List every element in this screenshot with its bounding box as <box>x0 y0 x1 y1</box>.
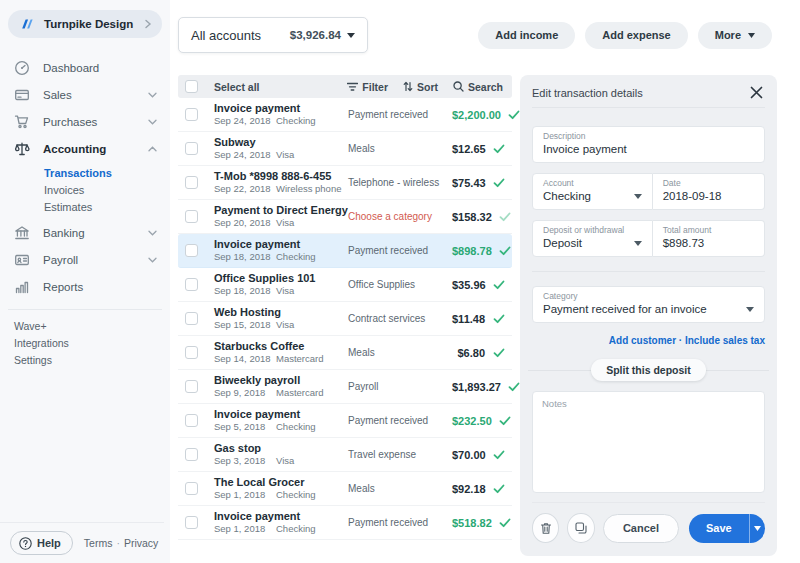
close-icon[interactable] <box>748 84 765 101</box>
sidebar-item-sales[interactable]: Sales <box>0 81 170 108</box>
row-checkbox[interactable] <box>185 380 198 393</box>
check-icon[interactable] <box>485 314 512 324</box>
more-button[interactable]: More <box>698 22 772 49</box>
date-field[interactable]: Date 2018-09-18 <box>653 173 765 210</box>
filter-label: Filter <box>362 81 388 93</box>
category-select[interactable]: Category Payment received for an invoice <box>532 286 765 323</box>
delete-button[interactable] <box>532 513 559 543</box>
total-amount-field[interactable]: Total amount $898.73 <box>653 220 765 257</box>
table-row[interactable]: The Local GrocerSep 1, 2018CheckingMeals… <box>178 472 512 506</box>
row-category: Payment received <box>348 109 452 120</box>
table-row[interactable]: Office Supplies 101Sep 18, 2018VisaOffic… <box>178 268 512 302</box>
row-checkbox[interactable] <box>185 108 198 121</box>
check-icon[interactable] <box>486 450 513 460</box>
sidebar-item-integrations[interactable]: Integrations <box>0 334 170 351</box>
row-title: Invoice payment <box>214 102 348 115</box>
sidebar-item-settings[interactable]: Settings <box>0 351 170 368</box>
sidebar-item-reports[interactable]: Reports <box>0 273 170 300</box>
table-row[interactable]: Gas stopSep 3, 2018VisaTravel expense$70… <box>178 438 512 472</box>
row-info: Payment to Direct EnergySep 20, 2018Visa <box>214 204 348 229</box>
table-row[interactable]: Starbucks CoffeeSep 14, 2018MastercardMe… <box>178 336 512 370</box>
row-checkbox[interactable] <box>185 278 198 291</box>
row-checkbox[interactable] <box>185 414 198 427</box>
account-select[interactable]: Account Checking <box>532 173 653 210</box>
more-label: More <box>715 29 741 41</box>
add-expense-button[interactable]: Add expense <box>585 22 687 49</box>
main-area: All accounts $3,926.84 Add income Add ex… <box>170 0 800 563</box>
check-icon[interactable] <box>486 178 513 188</box>
check-icon[interactable] <box>485 348 512 358</box>
notes-input[interactable] <box>532 391 765 493</box>
check-icon[interactable] <box>492 518 519 528</box>
deposit-withdrawal-select[interactable]: Deposit or withdrawal Deposit <box>532 220 653 257</box>
sort-button[interactable]: Sort <box>403 81 438 93</box>
row-date: Sep 24, 2018 <box>214 149 276 161</box>
check-icon[interactable] <box>486 280 513 290</box>
table-row[interactable]: Invoice paymentSep 1, 2018CheckingPaymen… <box>178 506 512 540</box>
search-button[interactable]: Search <box>453 81 503 93</box>
sidebar-item-transactions[interactable]: Transactions <box>0 164 170 181</box>
row-amount: $158.32 <box>452 211 492 223</box>
description-field[interactable]: Description Invoice payment <box>532 126 765 163</box>
business-switcher[interactable]: Turnpike Design <box>8 10 162 38</box>
row-checkbox[interactable] <box>185 448 198 461</box>
row-title: Office Supplies 101 <box>214 272 348 285</box>
table-row[interactable]: Invoice paymentSep 18, 2018CheckingPayme… <box>178 234 512 268</box>
sidebar-item-estimates[interactable]: Estimates <box>0 198 170 215</box>
check-icon[interactable] <box>492 246 519 256</box>
sidebar-item-purchases[interactable]: Purchases <box>0 108 170 135</box>
sidebar-item-payroll[interactable]: Payroll <box>0 246 170 273</box>
table-row[interactable]: Invoice paymentSep 24, 2018CheckingPayme… <box>178 98 512 132</box>
save-options-button[interactable] <box>749 526 765 531</box>
check-icon[interactable] <box>486 144 513 154</box>
row-checkbox[interactable] <box>185 176 198 189</box>
sidebar-item-banking[interactable]: Banking <box>0 219 170 246</box>
table-row[interactable]: SubwaySep 24, 2018VisaMeals$12.65 <box>178 132 512 166</box>
row-checkbox[interactable] <box>185 244 198 257</box>
save-button[interactable]: Save <box>689 522 749 534</box>
business-name: Turnpike Design <box>44 18 136 30</box>
check-icon[interactable] <box>486 484 513 494</box>
include-sales-tax-link[interactable]: Include sales tax <box>685 335 765 346</box>
check-icon[interactable] <box>492 212 519 222</box>
select-all-checkbox[interactable] <box>185 80 198 93</box>
sidebar-item-dashboard[interactable]: Dashboard <box>0 54 170 81</box>
sidebar-item-invoices[interactable]: Invoices <box>0 181 170 198</box>
row-category: Payment received <box>348 517 452 528</box>
duplicate-button[interactable] <box>567 513 594 543</box>
account-selector[interactable]: All accounts $3,926.84 <box>178 17 368 53</box>
row-checkbox[interactable] <box>185 210 198 223</box>
table-row[interactable]: Payment to Direct EnergySep 20, 2018Visa… <box>178 200 512 234</box>
row-date: Sep 18, 2018 <box>214 251 276 263</box>
table-row[interactable]: T-Mob *8998 888-6-455Sep 22, 2018Wireles… <box>178 166 512 200</box>
add-customer-link[interactable]: Add customer <box>609 335 676 346</box>
row-category[interactable]: Choose a category <box>348 211 452 222</box>
row-category: Office Supplies <box>348 279 452 290</box>
privacy-link[interactable]: Privacy <box>124 537 158 549</box>
row-checkbox[interactable] <box>185 312 198 325</box>
panel-title: Edit transaction details <box>532 87 643 99</box>
filter-button[interactable]: Filter <box>347 81 388 93</box>
row-checkbox[interactable] <box>185 482 198 495</box>
split-deposit-button[interactable]: Split this deposit <box>591 359 706 381</box>
row-checkbox[interactable] <box>185 142 198 155</box>
cancel-button[interactable]: Cancel <box>603 514 679 543</box>
row-checkbox[interactable] <box>185 346 198 359</box>
sidebar: Turnpike Design DashboardSalesPurchasesA… <box>0 0 170 563</box>
sidebar-item-accounting[interactable]: Accounting <box>0 135 170 162</box>
sidebar-item-wave[interactable]: Wave+ <box>0 317 170 334</box>
row-date: Sep 22, 2018 <box>214 183 276 195</box>
type-value: Deposit <box>543 236 582 251</box>
table-row[interactable]: Invoice paymentSep 5, 2018CheckingPaymen… <box>178 404 512 438</box>
row-account: Visa <box>276 149 294 161</box>
row-amount: $898.78 <box>452 245 492 257</box>
terms-link[interactable]: Terms <box>84 537 113 549</box>
check-icon[interactable] <box>492 416 519 426</box>
add-income-button[interactable]: Add income <box>478 22 575 49</box>
chevron-up-icon <box>148 146 157 152</box>
help-button[interactable]: Help <box>10 531 73 555</box>
table-row[interactable]: Web HostingSep 15, 2018VisaContract serv… <box>178 302 512 336</box>
table-row[interactable]: Biweekly payrollSep 9, 2018MastercardPay… <box>178 370 512 404</box>
chevron-down-icon <box>148 230 157 236</box>
row-checkbox[interactable] <box>185 516 198 529</box>
